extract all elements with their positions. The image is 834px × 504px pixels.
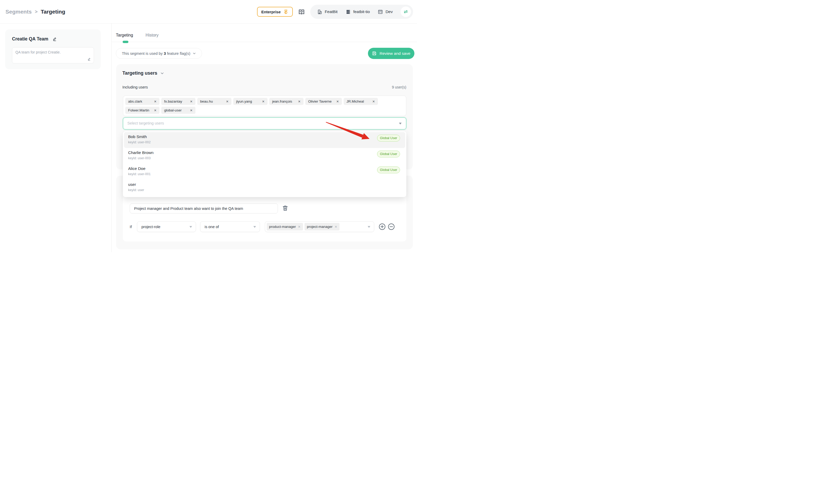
breadcrumb: Segments > Targeting xyxy=(5,8,65,15)
select-placeholder: Select targeting users xyxy=(127,121,164,125)
user-option[interactable]: Bob Smith keyId: user-002 Global User xyxy=(124,132,405,148)
segment-description-input[interactable]: QA team for project Creatie. xyxy=(12,47,94,63)
global-user-badge: Global User xyxy=(377,151,400,157)
user-chip-label: global-user xyxy=(164,108,182,112)
including-users-row: Including users 9 user(s) xyxy=(123,85,406,89)
workspace-switcher: FeatBit featbit-tio xyxy=(310,5,413,19)
plan-badge-button[interactable]: Enterprise xyxy=(257,7,292,17)
user-chip: abs.clark✕ xyxy=(125,98,159,105)
user-chip: global-user✕ xyxy=(161,107,195,114)
remove-condition-button[interactable] xyxy=(388,223,395,230)
remove-user-icon[interactable]: ✕ xyxy=(190,109,193,112)
values-multiselect[interactable]: product-manager✕ project-manager✕ xyxy=(265,221,374,232)
user-chip-label: jiyun.yang xyxy=(236,100,252,103)
select-caret-icon xyxy=(399,123,402,125)
user-option[interactable]: user keyId: user xyxy=(124,180,405,196)
select-caret-icon xyxy=(190,226,192,228)
usage-prefix: This segment is used by xyxy=(122,51,163,56)
remove-user-icon[interactable]: ✕ xyxy=(298,100,301,103)
user-option[interactable]: Charlie Brown keyId: user-003 Global Use… xyxy=(124,148,405,164)
rule-condition-row: If project-role is one of product-manage… xyxy=(123,221,406,232)
user-option[interactable]: Alice Doe keyId: user-001 Global User xyxy=(124,164,405,180)
tab-history[interactable]: History xyxy=(146,33,159,38)
edit-description-icon[interactable] xyxy=(87,58,91,61)
swap-icon xyxy=(403,9,409,15)
review-and-save-button[interactable]: Review and save xyxy=(368,48,414,59)
user-count: 9 user(s) xyxy=(392,85,406,89)
documentation-button[interactable] xyxy=(298,8,305,15)
plus-circle-icon xyxy=(379,223,386,230)
organization-name: FeatBit xyxy=(325,9,338,14)
targeting-users-title: Targeting users xyxy=(123,70,157,76)
targeting-users-header[interactable]: Targeting users xyxy=(123,70,164,76)
environment-item[interactable]: Dev xyxy=(378,9,393,15)
segment-name-row: Creatie QA Team xyxy=(12,36,57,42)
user-chip-label: JR.Micheal xyxy=(347,100,364,103)
property-value: project-role xyxy=(141,225,160,229)
including-users-label: Including users xyxy=(123,85,148,89)
included-users-chips: abs.clark✕ fx.bazantay✕ beau.hu✕ jiyun.y… xyxy=(123,95,406,116)
breadcrumb-segments-link[interactable]: Segments xyxy=(5,8,31,15)
usage-suffix: feature flag(s) xyxy=(166,51,191,56)
review-and-save-label: Review and save xyxy=(379,51,410,56)
user-option-key: keyId: user-003 xyxy=(128,156,401,160)
user-option-key: keyId: user-002 xyxy=(128,140,401,144)
user-chip: fx.bazantay✕ xyxy=(161,98,195,105)
page-title: Targeting xyxy=(41,8,65,15)
header-right-cluster: Enterprise xyxy=(257,0,413,23)
remove-user-icon[interactable]: ✕ xyxy=(336,100,339,103)
user-chip: Folwer.Martin✕ xyxy=(125,107,159,114)
if-label: If xyxy=(130,221,132,232)
segment-description-placeholder: QA team for project Creatie. xyxy=(15,50,61,54)
minus-circle-icon xyxy=(388,223,395,230)
user-chip-label: Olivier Taverne xyxy=(308,100,332,103)
left-panel-divider xyxy=(111,23,112,252)
project-item[interactable]: featbit-tio xyxy=(346,9,370,15)
segment-info-card: Creatie QA Team QA team for project Crea… xyxy=(5,29,101,69)
rule-name-value: Project manager and Product team also wa… xyxy=(134,206,243,211)
plan-badge-label: Enterprise xyxy=(261,10,281,14)
value-chip-label: product-manager xyxy=(269,225,296,228)
user-chip: Olivier Taverne✕ xyxy=(305,98,342,105)
tab-bar: Targeting History xyxy=(116,33,159,38)
value-chip: product-manager✕ xyxy=(267,223,303,231)
top-header: Segments > Targeting Enterprise xyxy=(0,0,417,23)
global-user-badge: Global User xyxy=(377,167,400,173)
remove-user-icon[interactable]: ✕ xyxy=(372,100,375,103)
user-option-name: user xyxy=(128,182,401,187)
tab-targeting[interactable]: Targeting xyxy=(116,33,133,38)
global-user-badge: Global User xyxy=(377,135,400,141)
project-name: featbit-tio xyxy=(353,9,370,14)
switch-workspace-button[interactable] xyxy=(400,6,411,17)
remove-user-icon[interactable]: ✕ xyxy=(190,100,193,103)
user-chip: JR.Micheal✕ xyxy=(344,98,378,105)
property-select[interactable]: project-role xyxy=(137,221,196,232)
edit-name-icon[interactable] xyxy=(52,37,57,42)
targeting-users-select[interactable]: Select targeting users xyxy=(123,117,406,129)
breadcrumb-separator: > xyxy=(35,9,38,15)
operator-select[interactable]: is one of xyxy=(200,221,260,232)
add-condition-button[interactable] xyxy=(379,223,386,230)
environment-name: Dev xyxy=(386,9,393,14)
user-chip: jean.françois✕ xyxy=(269,98,304,105)
remove-user-icon[interactable]: ✕ xyxy=(154,100,157,103)
medal-icon xyxy=(283,9,289,15)
rule-name-input[interactable]: Project manager and Product team also wa… xyxy=(130,203,278,214)
segment-usage-pill[interactable]: This segment is used by 3 feature flag(s… xyxy=(116,48,202,59)
select-caret-icon xyxy=(368,226,370,228)
remove-value-icon[interactable]: ✕ xyxy=(298,225,301,228)
tab-bar-divider xyxy=(112,42,417,42)
remove-user-icon[interactable]: ✕ xyxy=(154,109,157,112)
segment-targeting-page: Segments > Targeting Enterprise xyxy=(0,0,417,252)
delete-rule-button[interactable] xyxy=(282,205,289,212)
user-chip: jiyun.yang✕ xyxy=(233,98,267,105)
operator-value: is one of xyxy=(204,225,219,229)
remove-user-icon[interactable]: ✕ xyxy=(262,100,265,103)
organization-item[interactable]: FeatBit xyxy=(317,9,338,15)
user-chip-label: jean.françois xyxy=(272,100,292,103)
remove-value-icon[interactable]: ✕ xyxy=(334,225,337,228)
collapse-chevron-icon xyxy=(160,71,164,75)
remove-user-icon[interactable]: ✕ xyxy=(226,100,228,103)
value-chip-label: project-manager xyxy=(307,225,332,228)
user-option-key: keyId: user-001 xyxy=(128,172,401,176)
